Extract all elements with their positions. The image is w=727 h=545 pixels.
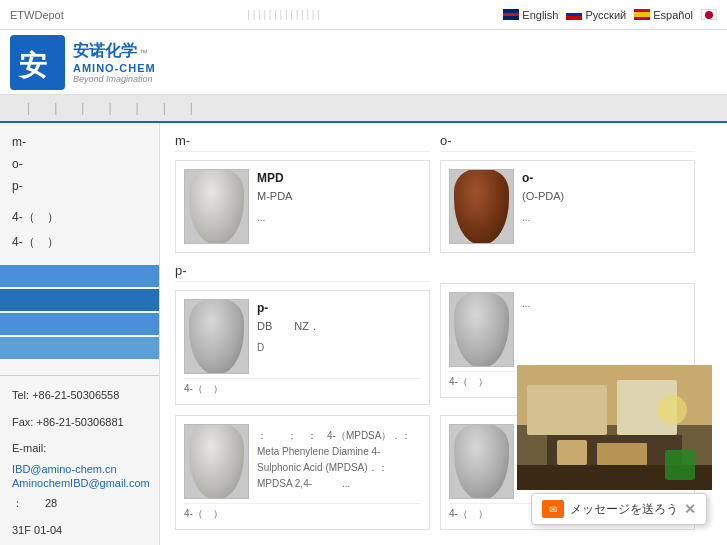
sidebar-item-m[interactable]: m-: [0, 131, 159, 153]
product-img-opd: [449, 169, 514, 244]
message-popup[interactable]: ✉ メッセージを送ろう ✕: [531, 493, 707, 525]
sidebar-address-line2: 31F 01-04: [0, 517, 159, 544]
logo-chinese: 安诺化学: [73, 41, 137, 62]
product-info-opd: o- (O-PDA) ...: [522, 169, 686, 244]
sidebar-fax: Fax: +86-21-50306881: [0, 409, 159, 436]
section-m-title: m-: [175, 133, 430, 152]
product-footer-mpdsa1: 4-（ ）: [184, 503, 421, 521]
product-detail-mpd: ...: [257, 210, 421, 226]
product-title-ppd: p-: [257, 299, 421, 318]
product-title-opd: o-: [522, 169, 686, 188]
sidebar-blue-bar-2[interactable]: [0, 289, 159, 311]
flag-es-icon: [634, 9, 650, 20]
lang-spanish-label: Español: [653, 9, 693, 21]
header: 安 安诺化学 ™ AMINO-CHEM Beyond Imagination: [0, 30, 727, 95]
product-footer-ppd: 4-（ ）: [184, 378, 421, 396]
product-subtitle-ppd: DB NZ．: [257, 318, 421, 336]
product-card-ppd: p- DB NZ． D 4-（ ）: [175, 290, 430, 405]
logo-english: AMINO-CHEM: [73, 62, 156, 74]
lang-russian[interactable]: Русский: [566, 9, 626, 21]
sidebar-blue-bar-1[interactable]: [0, 265, 159, 287]
product-subtitle-mpd: M-PDA: [257, 188, 421, 206]
product-card-mpd: MPD M-PDA ...: [175, 160, 430, 253]
tel-value: +86-21-50306558: [32, 389, 119, 401]
site-name: ETWDepot: [10, 9, 64, 21]
product-card-mpdsa1: ： ； ： 4-（MPDSA）．：Meta Phenylene Diamine …: [175, 415, 430, 530]
message-icon: ✉: [542, 500, 564, 518]
sidebar-blue-bar-3[interactable]: [0, 313, 159, 335]
flag-ru-icon: [566, 9, 582, 20]
nav-item-6[interactable]: [141, 104, 161, 112]
product-detail-ppd: D: [257, 340, 421, 356]
logo-text: 安诺化学 ™ AMINO-CHEM Beyond Imagination: [73, 41, 156, 84]
sidebar-address-line1: ： 28: [0, 490, 159, 517]
nav-item-1[interactable]: [5, 104, 25, 112]
language-selector[interactable]: English Русский Español: [503, 9, 717, 21]
product-info-ppd2: ...: [522, 292, 686, 367]
sidebar-email2[interactable]: AminochemIBD@gmail.com: [0, 476, 159, 490]
product-info-ppd: p- DB NZ． D: [257, 299, 421, 374]
product-subtitle-opd: (O-PDA): [522, 188, 686, 206]
lang-spanish[interactable]: Español: [634, 9, 693, 21]
sidebar-item-o[interactable]: o-: [0, 153, 159, 175]
nav-item-3[interactable]: [59, 104, 79, 112]
lang-japanese[interactable]: [701, 9, 717, 20]
logo-tagline: Beyond Imagination: [73, 74, 156, 84]
flag-jp-icon: [701, 9, 717, 20]
svg-rect-7: [557, 440, 587, 465]
top-bar: ETWDepot | | | | | | | | | | | | | | Eng…: [0, 0, 727, 30]
sidebar-email1[interactable]: IBD@amino-chem.cn: [0, 462, 159, 476]
nav-item-4[interactable]: [86, 104, 106, 112]
nav-item-8[interactable]: [195, 104, 215, 112]
section-p-title: p-: [175, 263, 430, 282]
sidebar-item-4b[interactable]: 4-（ ）: [0, 230, 159, 255]
sidebar-item-p[interactable]: p-: [0, 175, 159, 197]
product-title-mpd: MPD: [257, 169, 421, 188]
office-image: [517, 365, 712, 490]
flag-en-icon: [503, 9, 519, 20]
lang-english[interactable]: English: [503, 9, 558, 21]
nav-item-2[interactable]: [32, 104, 52, 112]
fax-value: +86-21-50306881: [36, 416, 123, 428]
sidebar-email-label: E-mail:: [0, 435, 159, 462]
sidebar-blue-bar-4[interactable]: [0, 337, 159, 359]
product-detail-ppd2: ...: [522, 296, 686, 312]
product-img-mpdsa2: [449, 424, 514, 499]
product-img-ppd: [184, 299, 249, 374]
navigation[interactable]: | | | | | | |: [0, 95, 727, 123]
svg-rect-11: [665, 450, 695, 480]
product-info-mpdsa1: ： ； ： 4-（MPDSA）．：Meta Phenylene Diamine …: [257, 424, 421, 499]
product-img-mpdsa1: [184, 424, 249, 499]
nav-item-5[interactable]: [114, 104, 134, 112]
lang-english-label: English: [522, 9, 558, 21]
lang-russian-label: Русский: [585, 9, 626, 21]
product-img-ppd2: [449, 292, 514, 367]
svg-point-10: [657, 395, 687, 425]
logo: 安 安诺化学 ™ AMINO-CHEM Beyond Imagination: [10, 35, 156, 90]
product-detail-mpdsa1: ： ； ： 4-（MPDSA）．：Meta Phenylene Diamine …: [257, 428, 421, 492]
product-img-mpd: [184, 169, 249, 244]
product-info-mpd: MPD M-PDA ...: [257, 169, 421, 244]
section-o-title: o-: [440, 133, 695, 152]
svg-text:安: 安: [17, 49, 47, 81]
sidebar: m- o- p- 4-（ ） 4-（ ） Tel: +86-21-5030655…: [0, 123, 160, 545]
sidebar-divider: [0, 375, 159, 376]
popup-close-button[interactable]: ✕: [684, 501, 696, 517]
nav-item-7[interactable]: [168, 104, 188, 112]
logo-tm: ™: [139, 48, 148, 58]
fax-label: Fax:: [12, 416, 33, 428]
logo-icon: 安: [10, 35, 65, 90]
svg-rect-8: [597, 443, 647, 465]
top-bar-separators: | | | | | | | | | | | | | |: [64, 9, 504, 20]
sidebar-item-4a[interactable]: 4-（ ）: [0, 205, 159, 230]
message-text: メッセージを送ろう: [570, 501, 678, 518]
product-detail-opd: ...: [522, 210, 686, 226]
svg-rect-4: [527, 385, 607, 435]
product-card-opd: o- (O-PDA) ...: [440, 160, 695, 253]
sidebar-contact: Tel: +86-21-50306558: [0, 382, 159, 409]
tel-label: Tel:: [12, 389, 29, 401]
